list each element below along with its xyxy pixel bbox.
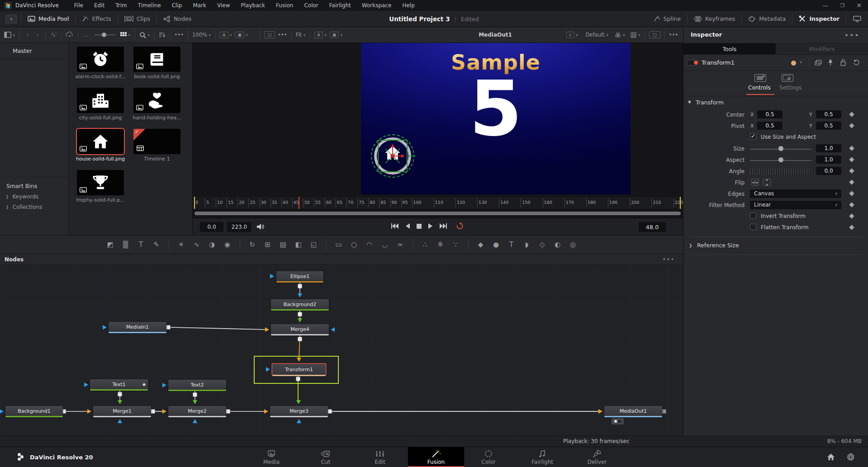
blur-tool-icon[interactable]: ◉ bbox=[221, 239, 234, 250]
matte-control-tool-icon[interactable]: ◧ bbox=[292, 239, 305, 250]
brightness-contrast-tool-icon[interactable]: ◑ bbox=[205, 239, 219, 250]
keyframe-diamond-icon[interactable] bbox=[849, 168, 854, 173]
reference-size-section[interactable]: ❯ Reference Size bbox=[683, 240, 868, 252]
forward-button[interactable]: › bbox=[33, 29, 43, 40]
text-plus-tool-icon[interactable]: T bbox=[134, 239, 148, 250]
tab-modifiers[interactable]: Modifiers bbox=[776, 43, 868, 54]
app-logo-icon[interactable] bbox=[4, 2, 12, 9]
node-Merge3[interactable]: Merge3 bbox=[270, 406, 328, 416]
reset-icon[interactable] bbox=[853, 59, 860, 68]
menu-fairlight[interactable]: Fairlight bbox=[324, 0, 356, 11]
current-frame-field[interactable]: 48.0 bbox=[639, 222, 666, 232]
viewer-channel-button[interactable]: A∨ bbox=[218, 29, 234, 40]
angle-thumbwheel[interactable] bbox=[750, 168, 811, 175]
center-x-field[interactable]: 0.5 bbox=[757, 110, 783, 118]
node-color-swatch[interactable] bbox=[791, 61, 796, 66]
playhead[interactable] bbox=[299, 197, 299, 209]
menu-mark[interactable]: Mark bbox=[187, 0, 212, 11]
go-to-end-button[interactable] bbox=[439, 222, 447, 231]
menu-playback[interactable]: Playback bbox=[235, 0, 270, 11]
lock-icon[interactable] bbox=[840, 59, 846, 68]
center-y-field[interactable]: 0.5 bbox=[816, 110, 841, 118]
menu-fusion[interactable]: Fusion bbox=[270, 0, 299, 11]
pin-icon[interactable] bbox=[827, 59, 834, 68]
keyframe-diamond-icon[interactable] bbox=[849, 146, 854, 151]
flip-horizontal-button[interactable]: ▸|◂ bbox=[751, 179, 759, 186]
play-button[interactable] bbox=[428, 222, 433, 231]
viewer-expand-button[interactable]: □ bbox=[263, 29, 277, 40]
ellipse-mask-tool-icon[interactable]: ○ bbox=[347, 239, 361, 250]
thumbnail-size-dots[interactable]: … bbox=[81, 29, 91, 40]
minimize-icon[interactable]: — bbox=[822, 2, 828, 9]
viewer-expand-button-2[interactable]: □ bbox=[648, 29, 662, 40]
viewer-options-dots-2[interactable]: ••• bbox=[668, 29, 679, 40]
subtab-settings[interactable]: Settings bbox=[779, 85, 802, 91]
image-plane-3d-tool-icon[interactable]: ◆ bbox=[474, 239, 488, 250]
aspect-slider-handle[interactable] bbox=[778, 157, 783, 162]
keyframe-diamond-icon[interactable] bbox=[849, 191, 854, 196]
use-size-aspect-checkbox[interactable] bbox=[750, 133, 756, 140]
transform-axis-handles[interactable] bbox=[369, 132, 416, 179]
transform-overlay[interactable] bbox=[369, 132, 416, 179]
out-point-field[interactable]: 223.0 bbox=[227, 222, 251, 232]
viewer-image[interactable]: Sample 5 bbox=[361, 43, 631, 194]
node-MediaOut1[interactable]: MediaOut1 bbox=[604, 406, 662, 416]
node-Ellipse1[interactable]: Ellipse1 bbox=[276, 271, 323, 281]
smart-bin-collections[interactable]: ❯Collections bbox=[0, 200, 69, 210]
viewer-option-button-2[interactable]: ▣∨ bbox=[328, 29, 344, 40]
media-clip-timeline[interactable]: ✓ bbox=[133, 129, 180, 154]
chevron-down-icon[interactable]: ∨ bbox=[799, 60, 802, 64]
menu-workspace[interactable]: Workspace bbox=[356, 0, 397, 11]
bin-sidebar-toggle[interactable]: ∨ bbox=[3, 29, 17, 40]
viewer-channel-button-2[interactable]: A∨ bbox=[313, 29, 328, 40]
light-3d-tool-icon[interactable]: ◐ bbox=[551, 239, 564, 250]
media-clip-house[interactable] bbox=[77, 129, 124, 154]
stop-button[interactable] bbox=[416, 222, 422, 231]
media-clip-book[interactable] bbox=[133, 47, 180, 72]
layer-tool-icon[interactable]: ▤ bbox=[276, 239, 290, 250]
rectangle-mask-tool-icon[interactable]: ▭ bbox=[332, 239, 346, 250]
particle-emitter-tool-icon[interactable]: ∴ bbox=[418, 239, 432, 250]
viewer-grid-icon[interactable]: ∨ bbox=[629, 29, 642, 40]
flip-vertical-button[interactable]: ▾▴ bbox=[763, 179, 771, 186]
renderer-3d-tool-icon[interactable]: ◎ bbox=[566, 239, 580, 250]
maximize-icon[interactable]: ❐ bbox=[840, 3, 844, 9]
particle-images-tool-icon[interactable]: ※ bbox=[434, 239, 447, 250]
thumbnail-size-slider[interactable] bbox=[95, 34, 115, 35]
in-point-field[interactable]: 0.0 bbox=[200, 222, 223, 232]
color-corrector-tool-icon[interactable]: ☀ bbox=[175, 239, 188, 250]
keyframe-diamond-icon[interactable] bbox=[849, 157, 854, 162]
menu-edit[interactable]: Edit bbox=[89, 0, 110, 11]
viewer-zoom-dropdown[interactable]: 100%∨ bbox=[191, 29, 213, 40]
keyframe-diamond-icon[interactable] bbox=[849, 112, 854, 117]
angle-field[interactable]: 0.0 bbox=[816, 167, 841, 175]
page-tab-deliver[interactable]: Deliver bbox=[578, 447, 617, 467]
keyframe-diamond-icon[interactable] bbox=[849, 213, 854, 218]
viewer-option-button[interactable]: ▣∨ bbox=[233, 29, 249, 40]
particle-render-tool-icon[interactable]: ∵ bbox=[449, 239, 463, 250]
bin-master[interactable]: Master bbox=[0, 43, 68, 59]
grid-view-icon[interactable]: ∨ bbox=[119, 29, 132, 40]
cloud-sync-icon[interactable] bbox=[64, 29, 75, 40]
shape-3d-tool-icon[interactable]: ● bbox=[489, 239, 503, 250]
loop-button[interactable] bbox=[456, 222, 464, 231]
search-icon[interactable]: ∨ bbox=[138, 29, 152, 40]
camera-3d-tool-icon[interactable]: ◇ bbox=[536, 239, 549, 250]
sort-order-icon[interactable] bbox=[157, 29, 167, 40]
keyframe-diamond-icon[interactable] bbox=[849, 225, 854, 230]
go-to-start-button[interactable] bbox=[391, 222, 399, 231]
menu-file[interactable]: File bbox=[69, 0, 89, 11]
back-button[interactable]: ‹ bbox=[23, 29, 33, 40]
subtab-controls[interactable]: Controls bbox=[748, 85, 771, 91]
merge-tool-icon[interactable]: ⊞ bbox=[261, 239, 275, 250]
nodes-options-icon[interactable]: ••• bbox=[663, 254, 675, 265]
viewer-lut-icon[interactable]: ∨ bbox=[613, 29, 626, 40]
page-tab-fusion[interactable]: Fusion bbox=[408, 447, 464, 467]
page-tab-edit[interactable]: Edit bbox=[362, 447, 398, 467]
viewer-options-dots[interactable]: ••• bbox=[276, 29, 288, 40]
menu-color[interactable]: Color bbox=[299, 0, 323, 11]
node-Transform1[interactable]: Transform1 bbox=[272, 363, 326, 375]
polygon-mask-tool-icon[interactable]: ◠ bbox=[363, 239, 376, 250]
merge-3d-tool-icon[interactable]: ◗ bbox=[520, 239, 534, 250]
node-Text2[interactable]: Text2 bbox=[168, 380, 226, 390]
